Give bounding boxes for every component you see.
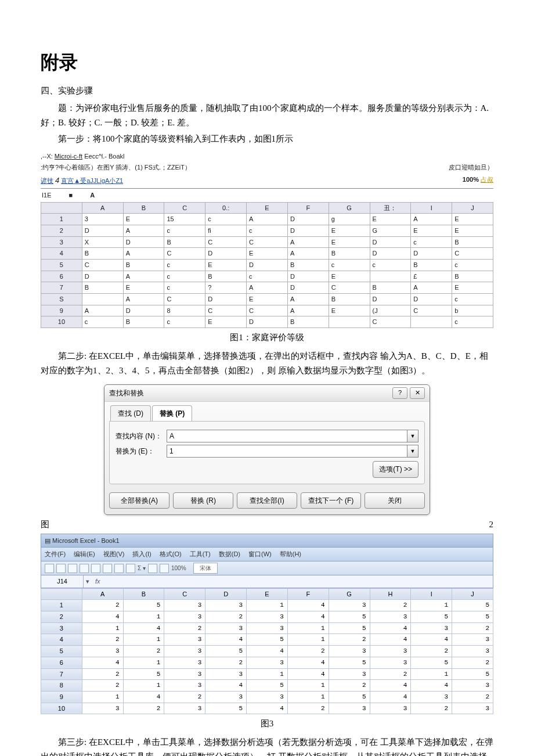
cell: c [164,225,205,236]
row-header: 4 [41,248,82,260]
cell: 3 [329,600,370,611]
table-row: 24132345355 [41,611,493,623]
column-header: I [411,202,452,214]
toolbar-icon[interactable] [80,564,89,573]
figure-2-caption-right: 2 [489,517,494,532]
cell: D [370,248,411,260]
options-button[interactable]: 选项(T) >> [373,461,418,477]
cell: E [329,236,370,248]
cell: 3 [247,622,288,634]
cell: 1 [411,600,452,611]
cell: B [123,316,164,328]
cell: (J [370,305,411,316]
cell: 4 [205,680,247,692]
toolbar-icon[interactable] [56,564,66,573]
cell: E [205,259,247,271]
toolbar-icon[interactable] [45,564,54,573]
row-header: 5 [41,646,82,657]
cell: 3 [411,691,452,703]
tab-replace[interactable]: 替换 (P) [152,405,192,421]
cell: E [123,214,164,225]
menu-item[interactable]: 数据(D) [219,549,240,560]
toolbar-icon[interactable] [114,564,124,573]
excel-font[interactable]: 宋体 [193,563,218,574]
cell: 4 [82,657,123,668]
find-all-button[interactable]: 查找全部(I) [237,492,297,509]
close-window-button[interactable]: ✕ [410,387,425,399]
toolbar-icon[interactable] [91,564,100,573]
cell: A [287,294,329,305]
menu-item[interactable]: 帮助(H) [280,549,301,560]
cell: E [329,271,370,282]
close-button[interactable]: 关闭 [365,492,425,509]
row-header: 1 [41,600,82,611]
namebox-dropdown-icon[interactable]: ▾ [84,576,92,587]
excel-menubar[interactable]: 文件(F)编辑(E)视图(V)插入(I)格式(O)工具(T)数据(D)窗口(W)… [41,548,493,561]
find-input[interactable]: A [167,430,407,442]
cell: D [411,248,452,260]
cell: 4 [287,600,329,611]
find-next-button[interactable]: 查找下一个 (F) [301,492,361,509]
menu-item[interactable]: 格式(O) [160,549,182,560]
cell: 2 [452,657,493,668]
cell: 1 [287,680,329,692]
table-row: 5CBcEDBccBc [41,259,493,271]
cell: 3 [247,657,288,668]
column-header: C [164,202,205,214]
cell: 4 [370,622,411,634]
fx-icon[interactable]: fx [92,575,104,588]
menu-item[interactable]: 工具(T) [190,549,211,560]
replace-all-button[interactable]: 全部替换(A) [109,492,169,509]
cell: c [164,271,205,282]
replace-dropdown-icon[interactable]: ▼ [407,445,418,458]
toolbar-icon[interactable] [103,564,112,573]
cell: C [452,248,493,260]
cell: A [123,248,164,260]
cell: D [287,282,329,294]
figure-3-caption: 图3 [41,717,493,732]
excel-toolbar[interactable]: Σ ▾ 100% 宋体 [41,561,493,575]
cell: 3 [452,634,493,646]
table-row: 3XDBCCAEDcB [41,236,493,248]
replace-button[interactable]: 替换 (R) [173,492,233,509]
toolbar-icon[interactable] [148,564,157,573]
table-row: 72533143215 [41,668,493,680]
cell: A [411,214,452,225]
cell: 2 [411,646,452,657]
row-header: 4 [41,634,82,646]
menu-item[interactable]: 编辑(E) [74,549,95,560]
cell: B [411,259,452,271]
toolbar-icon[interactable] [126,564,135,573]
cell: 2 [123,703,164,714]
cell: 3 [164,680,205,692]
cell: c [82,316,123,328]
cell: 2 [329,634,370,646]
table-row: 42134512443 [41,634,493,646]
tab-find[interactable]: 查找 (D) [110,405,151,421]
column-header: A [82,202,123,214]
cell: E [329,305,370,316]
help-button[interactable]: ? [392,387,407,399]
cell: B [82,282,123,294]
cell: fi [205,225,247,236]
menu-item[interactable]: 文件(F) [45,549,66,560]
cell: 2 [82,600,123,611]
cell: £ [411,271,452,282]
replace-input[interactable]: 1 [167,445,407,458]
menu-item[interactable]: 窗口(W) [248,549,272,560]
cell: B [123,259,164,271]
cell: 4 [205,634,247,646]
cell: C [411,305,452,316]
table-row: 53235423323 [41,646,493,657]
find-dropdown-icon[interactable]: ▼ [407,430,418,442]
cell: 3 [164,600,205,611]
cell: 3 [82,646,123,657]
menu-item[interactable]: 插入(I) [132,549,151,560]
excel-zoom[interactable]: 100% [171,563,186,573]
toolbar-icon[interactable] [160,564,169,573]
excel-cell-reference[interactable]: J14 [41,575,84,588]
cell: 2 [370,600,411,611]
menu-item[interactable]: 视图(V) [103,549,125,560]
cell: ? [205,282,247,294]
toolbar-icon[interactable] [68,564,77,573]
